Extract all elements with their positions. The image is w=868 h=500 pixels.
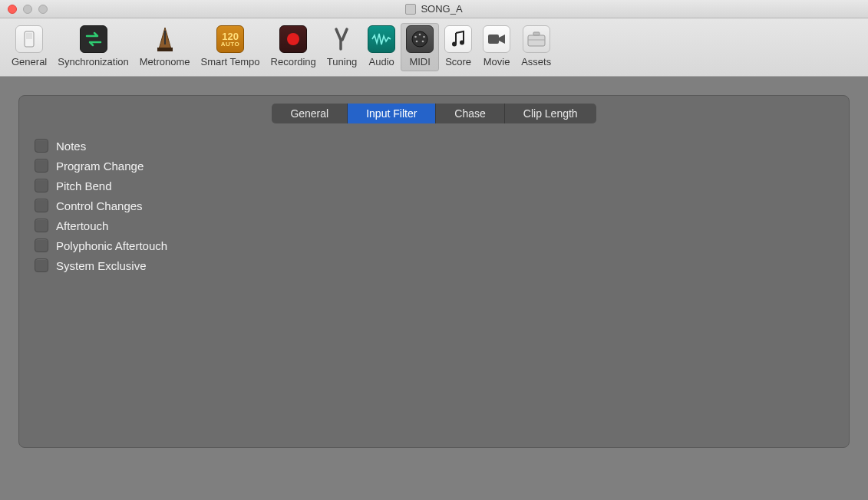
tab-clip-length[interactable]: Clip Length	[505, 104, 596, 123]
toolbar-item-synchronization[interactable]: Synchronization	[52, 23, 134, 71]
waveform-icon	[368, 25, 395, 53]
toolbar-item-tuning[interactable]: Tuning	[322, 23, 362, 71]
filter-label: Notes	[56, 140, 86, 153]
checkbox-system-exclusive[interactable]	[35, 258, 48, 272]
close-button[interactable]	[8, 5, 17, 14]
toolbar-item-metronome[interactable]: Metronome	[134, 23, 196, 71]
svg-point-6	[419, 34, 421, 36]
checkbox-pitch-bend[interactable]	[35, 179, 48, 192]
svg-rect-15	[533, 32, 540, 35]
filter-label: Polyphonic Aftertouch	[56, 239, 167, 252]
filter-label: Control Changes	[56, 199, 143, 212]
metronome-icon	[151, 25, 179, 53]
toolbar-label: MIDI	[409, 56, 430, 67]
toolbar-label: Recording	[271, 56, 316, 67]
filter-row-pitch-bend: Pitch Bend	[35, 176, 833, 196]
toolbar-label: Metronome	[140, 56, 190, 67]
toolbar-label: Score	[445, 56, 471, 67]
filter-label: Pitch Bend	[56, 179, 112, 192]
filter-label: Program Change	[56, 160, 144, 173]
window-title-group: SONG_A	[0, 3, 868, 15]
tempo-value: 120	[222, 31, 239, 41]
tempo-mode: AUTO	[221, 41, 240, 48]
checkbox-aftertouch[interactable]	[35, 219, 48, 232]
filter-label: Aftertouch	[56, 219, 108, 232]
toolbar-item-audio[interactable]: Audio	[362, 23, 401, 71]
window-controls	[0, 5, 48, 14]
svg-point-9	[416, 41, 418, 43]
filter-row-notes: Notes	[35, 136, 833, 156]
filter-row-control-changes: Control Changes	[35, 196, 833, 215]
midi-settings-panel: General Input Filter Chase Clip Length N…	[18, 95, 850, 448]
svg-rect-13	[488, 35, 499, 44]
titlebar: SONG_A	[0, 0, 868, 18]
toolbar-label: Audio	[369, 56, 394, 67]
midi-subtab-control: General Input Filter Chase Clip Length	[272, 104, 596, 123]
svg-rect-14	[528, 35, 545, 46]
briefcase-icon	[523, 25, 550, 53]
svg-point-8	[423, 36, 425, 38]
toolbar-label: Synchronization	[58, 56, 129, 67]
record-icon	[279, 25, 307, 53]
filter-row-aftertouch: Aftertouch	[35, 215, 833, 235]
preferences-window: SONG_A General Synchronization Metronome…	[0, 0, 868, 500]
svg-rect-3	[157, 48, 173, 51]
smart-tempo-icon: 120 AUTO	[216, 25, 244, 53]
fullscreen-button[interactable]	[38, 5, 48, 14]
filter-row-system-exclusive: System Exclusive	[35, 255, 833, 275]
toolbar-label: Movie	[484, 56, 510, 67]
svg-point-11	[452, 42, 457, 47]
preferences-toolbar: General Synchronization Metronome 120 AU…	[0, 18, 868, 77]
svg-rect-1	[26, 33, 32, 39]
filter-row-polyphonic-aftertouch: Polyphonic Aftertouch	[35, 235, 833, 255]
svg-point-10	[422, 41, 424, 43]
filter-label: System Exclusive	[56, 259, 147, 272]
checkbox-polyphonic-aftertouch[interactable]	[35, 238, 48, 252]
input-filter-options: Notes Program Change Pitch Bend Control …	[35, 136, 833, 275]
toolbar-item-recording[interactable]: Recording	[266, 23, 322, 71]
checkbox-program-change[interactable]	[35, 159, 48, 173]
toolbar-label: General	[12, 56, 47, 67]
music-note-icon	[444, 25, 472, 53]
toolbar-label: Assets	[521, 56, 551, 67]
tab-input-filter[interactable]: Input Filter	[348, 104, 436, 123]
filter-row-program-change: Program Change	[35, 156, 833, 176]
switch-icon	[15, 25, 43, 53]
svg-point-4	[287, 33, 299, 45]
toolbar-item-movie[interactable]: Movie	[477, 23, 516, 71]
camera-icon	[483, 25, 510, 53]
toolbar-item-midi[interactable]: MIDI	[401, 23, 439, 71]
checkbox-control-changes[interactable]	[35, 199, 48, 212]
toolbar-item-score[interactable]: Score	[439, 23, 477, 71]
checkbox-notes[interactable]	[35, 139, 48, 153]
tab-chase[interactable]: Chase	[436, 104, 504, 123]
tab-general[interactable]: General	[272, 104, 348, 123]
window-title: SONG_A	[421, 3, 462, 15]
document-icon	[405, 4, 416, 15]
toolbar-item-smart-tempo[interactable]: 120 AUTO Smart Tempo	[196, 23, 266, 71]
toolbar-item-assets[interactable]: Assets	[516, 23, 556, 71]
tuning-fork-icon	[328, 25, 355, 53]
toolbar-item-general[interactable]: General	[6, 23, 52, 71]
toolbar-label: Smart Tempo	[201, 56, 260, 67]
toolbar-label: Tuning	[327, 56, 357, 67]
svg-point-12	[460, 41, 464, 45]
minimize-button[interactable]	[23, 5, 32, 14]
midi-port-icon	[406, 25, 434, 53]
content-area: General Input Filter Chase Clip Length N…	[0, 77, 868, 500]
sync-arrows-icon	[80, 25, 107, 53]
svg-point-7	[414, 36, 417, 38]
